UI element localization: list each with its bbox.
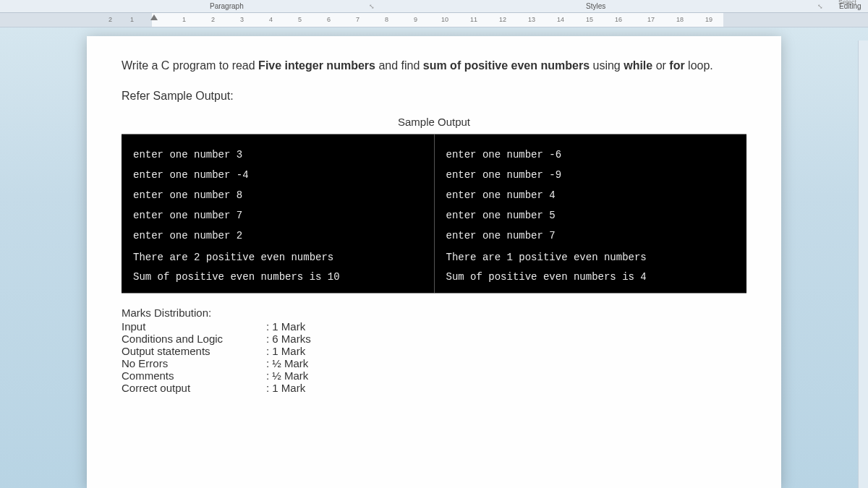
- ruler-tick: 15: [586, 16, 593, 23]
- ruler-tick: 12: [499, 16, 506, 23]
- ruler-tick: 1: [130, 16, 134, 23]
- marks-label: Output statements: [122, 345, 266, 357]
- marks-row: Output statements: 1 Mark: [122, 345, 746, 357]
- console-line: enter one number 4: [446, 185, 736, 205]
- marks-label: Comments: [122, 369, 266, 382]
- marks-row: Input: 1 Mark: [122, 320, 746, 333]
- marks-value: : 1 Mark: [266, 382, 305, 394]
- console-line: enter one number 8: [133, 185, 422, 205]
- bold-text: for: [669, 59, 684, 72]
- marks-title: Marks Distribution:: [122, 307, 746, 319]
- marks-value: : ½ Mark: [266, 369, 308, 382]
- marks-value: : 1 Mark: [266, 345, 305, 357]
- ruler-tick: 6: [327, 16, 331, 23]
- ruler-tick: 9: [414, 16, 417, 23]
- sample-column-left: enter one number 3 enter one number -4 e…: [122, 134, 435, 293]
- ruler-right-margin: [723, 13, 868, 27]
- horizontal-ruler[interactable]: 2 1 1 2 3 4 5 6 7 8 9 10 11 12 13 14 15 …: [0, 13, 868, 27]
- console-result: Sum of positive even numbers is 4: [446, 270, 736, 286]
- styles-launcher-icon[interactable]: ⤡: [817, 3, 823, 10]
- text: or: [652, 59, 669, 72]
- ribbon-group-styles[interactable]: Styles: [586, 2, 605, 10]
- marks-value: : ½ Mark: [266, 357, 308, 369]
- ruler-tick: 5: [298, 16, 302, 23]
- marks-row: Comments: ½ Mark: [122, 369, 746, 382]
- marks-value: : 1 Mark: [266, 320, 305, 333]
- console-line: enter one number -9: [446, 165, 736, 185]
- marks-label: Input: [122, 320, 266, 333]
- marks-label: Conditions and Logic: [122, 333, 266, 345]
- text: using: [590, 59, 624, 72]
- console-line: enter one number 5: [446, 205, 736, 226]
- question-text: Write a C program to read Five integer n…: [122, 58, 746, 74]
- ruler-tick: 2: [109, 16, 112, 23]
- ruler-tick: 18: [676, 16, 684, 23]
- ruler-tick: 14: [557, 16, 564, 23]
- text: Write a C program to read: [122, 59, 258, 72]
- ruler-tick: 19: [705, 16, 712, 23]
- sample-output-title: Sample Output: [122, 116, 746, 128]
- console-line: enter one number -6: [446, 145, 736, 165]
- ruler-tick: 2: [211, 16, 215, 23]
- bold-text: while: [624, 59, 652, 72]
- console-line: enter one number 7: [446, 226, 736, 246]
- ribbon-group-paragraph[interactable]: Paragraph: [210, 2, 244, 10]
- vertical-scrollbar[interactable]: [858, 40, 868, 488]
- ribbon: Select Paragraph ⤡ Styles ⤡ Editing: [0, 0, 868, 13]
- sample-output-table: enter one number 3 enter one number -4 e…: [122, 134, 746, 294]
- ruler-tick: 7: [356, 16, 359, 23]
- ruler-tick: 3: [240, 16, 244, 23]
- marks-row: No Errors: ½ Mark: [122, 357, 746, 369]
- marks-label: Correct output: [122, 382, 266, 394]
- console-result: There are 1 positive even numbers: [446, 250, 736, 266]
- ruler-tick: 8: [385, 16, 388, 23]
- ruler-tick: 1: [182, 16, 186, 23]
- marks-row: Correct output: 1 Mark: [122, 382, 746, 394]
- ruler-tick: 4: [269, 16, 273, 23]
- bold-text: sum of positive even numbers: [423, 59, 590, 72]
- marks-value: : 6 Marks: [266, 333, 311, 345]
- marks-distribution: Marks Distribution: Input: 1 Mark Condit…: [122, 307, 746, 394]
- ruler-tick: 11: [470, 16, 477, 23]
- marks-label: No Errors: [122, 357, 266, 369]
- console-line: enter one number 7: [133, 205, 422, 226]
- ruler-tick: 16: [615, 16, 622, 23]
- indent-marker-icon[interactable]: [150, 14, 158, 20]
- paragraph-launcher-icon[interactable]: ⤡: [369, 3, 375, 10]
- text: loop.: [685, 59, 713, 72]
- console-line: enter one number -4: [133, 165, 422, 185]
- ruler-tick: 10: [441, 16, 448, 23]
- console-result: There are 2 positive even numbers: [133, 250, 422, 266]
- ribbon-group-editing[interactable]: Editing: [839, 2, 861, 10]
- document-page[interactable]: Write a C program to read Five integer n…: [87, 36, 781, 488]
- ruler-left-margin: [0, 13, 152, 27]
- marks-row: Conditions and Logic: 6 Marks: [122, 333, 746, 345]
- ruler-tick: 13: [528, 16, 535, 23]
- refer-label: Refer Sample Output:: [122, 90, 746, 103]
- sample-column-right: enter one number -6 enter one number -9 …: [435, 134, 747, 293]
- ruler-tick: 17: [647, 16, 655, 23]
- text: and find: [375, 59, 423, 72]
- console-result: Sum of positive even numbers is 10: [133, 270, 422, 286]
- bold-text: Five integer numbers: [258, 59, 375, 72]
- console-line: enter one number 3: [133, 145, 422, 165]
- document-workspace: Write a C program to read Five integer n…: [0, 27, 868, 488]
- console-line: enter one number 2: [133, 226, 422, 246]
